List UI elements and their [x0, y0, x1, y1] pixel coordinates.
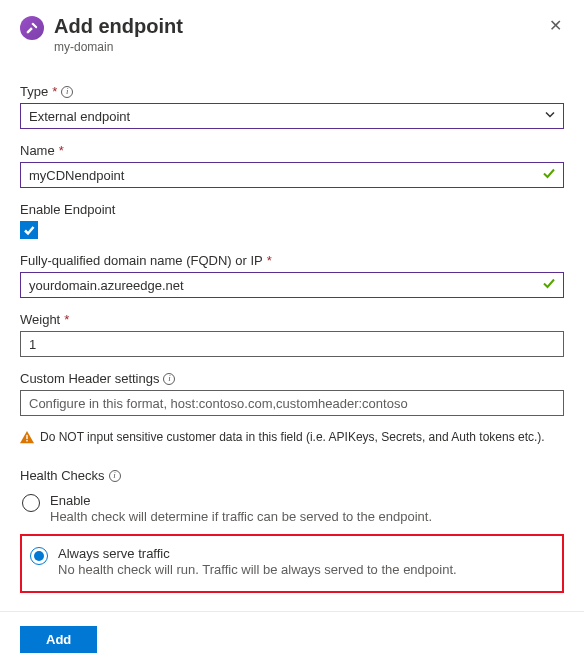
page-title: Add endpoint: [54, 14, 547, 38]
info-icon[interactable]: i: [61, 86, 73, 98]
custom-header-label: Custom Header settings i: [20, 371, 564, 386]
sensitive-data-warning: Do NOT input sensitive customer data in …: [20, 430, 564, 444]
health-check-option-always[interactable]: Always serve traffic No health check wil…: [28, 540, 556, 585]
info-icon[interactable]: i: [109, 470, 121, 482]
enable-endpoint-checkbox[interactable]: [20, 221, 38, 239]
enable-endpoint-label: Enable Endpoint: [20, 202, 564, 217]
type-label: Type* i: [20, 84, 564, 99]
info-icon[interactable]: i: [163, 373, 175, 385]
warning-icon: [20, 430, 34, 444]
name-input[interactable]: [20, 162, 564, 188]
radio-desc: No health check will run. Traffic will b…: [58, 562, 554, 577]
page-subtitle: my-domain: [54, 40, 547, 54]
radio-unselected[interactable]: [22, 494, 40, 512]
add-button[interactable]: Add: [20, 626, 97, 653]
svg-rect-1: [26, 440, 27, 441]
name-label: Name*: [20, 143, 564, 158]
weight-input[interactable]: [20, 331, 564, 357]
type-select[interactable]: [20, 103, 564, 129]
custom-header-input[interactable]: [20, 390, 564, 416]
svg-rect-0: [26, 435, 27, 439]
endpoint-icon: [20, 16, 44, 40]
close-icon[interactable]: ✕: [547, 14, 564, 38]
warning-text: Do NOT input sensitive customer data in …: [40, 430, 545, 444]
radio-desc: Health check will determine if traffic c…: [50, 509, 562, 524]
weight-label: Weight*: [20, 312, 564, 327]
footer-divider: [0, 611, 584, 612]
radio-title: Always serve traffic: [58, 546, 554, 561]
fqdn-label: Fully-qualified domain name (FQDN) or IP…: [20, 253, 564, 268]
radio-selected[interactable]: [30, 547, 48, 565]
health-check-option-enable[interactable]: Enable Health check will determine if tr…: [20, 487, 564, 532]
highlighted-option: Always serve traffic No health check wil…: [20, 534, 564, 593]
fqdn-input[interactable]: [20, 272, 564, 298]
health-checks-label: Health Checks i: [20, 468, 564, 483]
radio-title: Enable: [50, 493, 562, 508]
panel-header: Add endpoint my-domain ✕: [20, 14, 564, 54]
